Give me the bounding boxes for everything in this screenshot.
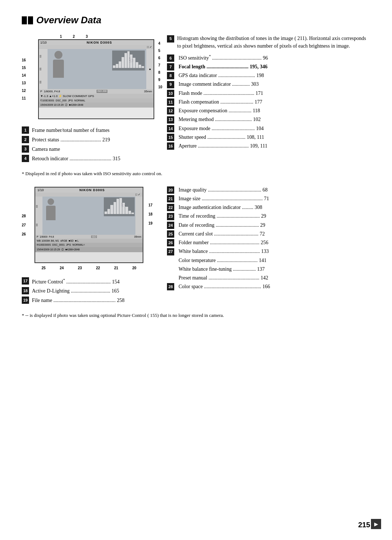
item-18-text: Active D-Lighting ......................… xyxy=(32,287,119,295)
badge-13: 13 xyxy=(167,116,174,124)
camera-diagram-1: 16 15 14 13 12 11 123 1/10 xyxy=(22,35,156,121)
item-3: 3 Camera name xyxy=(22,145,156,153)
badge-26: 26 xyxy=(167,239,174,246)
desc-5-text: Histogram showing the distribution of to… xyxy=(177,35,370,50)
footnote-1: * Displayed in red if photo was taken wi… xyxy=(22,170,370,177)
badge-14: 14 xyxy=(167,125,174,132)
item-19-text: File name ..............................… xyxy=(32,297,124,304)
nav-arrow-right[interactable]: ▶ xyxy=(371,519,381,529)
item-11: 11 Flash compensation ..................… xyxy=(167,98,370,106)
badge-9: 9 xyxy=(167,81,174,88)
item-24: 24 Date of recording ...................… xyxy=(167,221,370,229)
badge-1: 1 xyxy=(22,126,29,134)
section1-left: 16 15 14 13 12 11 123 1/10 xyxy=(22,35,156,164)
badge-17: 17 xyxy=(22,277,29,285)
right-items-6-16: 6 ISO sensitivity* .....................… xyxy=(167,53,370,150)
page-title: Overview Data xyxy=(22,15,370,26)
title-icon xyxy=(22,16,34,24)
section1-left-items: 1 Frame number/total number of frames 2 … xyxy=(22,126,156,162)
cam2-right-nums: 17 18 19 xyxy=(148,201,152,228)
cam2-left-nums: 28 27 26 xyxy=(22,211,26,239)
badge-15: 15 xyxy=(167,134,174,141)
section2-left-items: 17 Picture Control* ....................… xyxy=(22,277,156,305)
camera-screen-2: 1/10 NIKON D300S □ ✓ ▒▒ xyxy=(34,187,143,263)
item-27-wb-fine: White balance fine-tuning ..............… xyxy=(167,265,370,273)
item-17: 17 Picture Control* ....................… xyxy=(22,277,156,286)
section1-right: 5 Histogram showing the distribution of … xyxy=(167,35,370,164)
item-10: 10 Flash mode ..........................… xyxy=(167,89,370,97)
badge-8: 8 xyxy=(167,72,174,79)
badge-28: 28 xyxy=(167,283,174,290)
item-18: 18 Active D-Lighting ...................… xyxy=(22,287,156,295)
left-callouts: 16 15 14 13 12 11 xyxy=(22,56,26,102)
item-16: 16 Aperture ............................… xyxy=(167,142,370,150)
item-1: 1 Frame number/total number of frames xyxy=(22,126,156,134)
page-number: 215 xyxy=(358,521,370,529)
item-2: 2 Protect status .......................… xyxy=(22,136,156,144)
badge-12: 12 xyxy=(167,107,174,114)
item-25: 25 Current card slot ...................… xyxy=(167,230,370,238)
badge-24: 24 xyxy=(167,222,174,229)
badge-10: 10 xyxy=(167,90,174,97)
badge-11: 11 xyxy=(167,98,174,106)
badge-21: 21 xyxy=(167,195,174,202)
item-7: 7 Focal length .........................… xyxy=(167,63,370,70)
badge-25: 25 xyxy=(167,230,174,238)
footnote-2: * -- is displayed if photo was taken usi… xyxy=(22,312,370,319)
item-12: 12 Exposure compensation ...............… xyxy=(167,107,370,114)
badge-7: 7 xyxy=(167,63,174,70)
section2-left: 28 27 26 1/10 NIKON D300S □ ✓ xyxy=(22,186,156,306)
section1: 16 15 14 13 12 11 123 1/10 xyxy=(22,35,370,164)
item-22: 22 Image authentication indicator ......… xyxy=(167,203,370,211)
badge-6: 6 xyxy=(167,55,174,62)
item-26: 26 Folder number .......................… xyxy=(167,239,370,246)
section2-right: 20 Image quality .......................… xyxy=(167,186,370,306)
badge-2: 2 xyxy=(22,136,29,143)
badge-19: 19 xyxy=(22,297,29,304)
item-27: 27 White balance .......................… xyxy=(167,247,370,255)
badge-27: 27 xyxy=(167,248,174,255)
cam2-bottom-nums: 252423222120 xyxy=(34,266,143,270)
camera-screen: 1/10 NIKON D300S □ ✓ ▒▒▒ xyxy=(38,39,154,119)
badge-5: 5 xyxy=(167,35,174,43)
item-28: 28 Color space .........................… xyxy=(167,283,370,290)
item-4: 4 Retouch indicator ....................… xyxy=(22,155,156,162)
desc-item-5: 5 Histogram showing the distribution of … xyxy=(167,35,370,50)
right-callouts: 4 5 6 7 8 9 10 xyxy=(158,40,162,91)
item-17-text: Picture Control* .......................… xyxy=(32,277,119,286)
item-23: 23 Time of recording ...................… xyxy=(167,212,370,220)
badge-23: 23 xyxy=(167,213,174,220)
badge-18: 18 xyxy=(22,287,29,294)
section2: 28 27 26 1/10 NIKON D300S □ ✓ xyxy=(22,186,370,306)
item-6: 6 ISO sensitivity* .....................… xyxy=(167,53,370,62)
camera-diagram-2: 28 27 26 1/10 NIKON D300S □ ✓ xyxy=(22,186,156,270)
item-4-text: Retouch indicator ......................… xyxy=(32,155,120,162)
item-8: 8 GPS data indicator ...................… xyxy=(167,72,370,79)
item-3-text: Camera name xyxy=(32,145,60,153)
item-15: 15 Shutter speed .......................… xyxy=(167,133,370,141)
item-21: 21 Image size ..........................… xyxy=(167,195,370,202)
item-19: 19 File name ...........................… xyxy=(22,297,156,304)
item-13: 13 Metering method .....................… xyxy=(167,116,370,123)
top-callouts: 123 xyxy=(38,35,154,39)
item-9: 9 Image comment indicator ..............… xyxy=(167,80,370,88)
item-1-text: Frame number/total number of frames xyxy=(32,126,110,134)
badge-4: 4 xyxy=(22,155,29,162)
badge-20: 20 xyxy=(167,186,174,194)
item-27-color-temp: Color temperature ......................… xyxy=(167,257,370,264)
right-items-20-28: 20 Image quality .......................… xyxy=(167,186,370,290)
item-2-text: Protect status .........................… xyxy=(32,136,110,144)
item-27-preset: Preset manual ..........................… xyxy=(167,274,370,282)
badge-16: 16 xyxy=(167,142,174,150)
item-14: 14 Exposure mode .......................… xyxy=(167,125,370,132)
badge-3: 3 xyxy=(22,145,29,153)
badge-22: 22 xyxy=(167,204,174,211)
item-20: 20 Image quality .......................… xyxy=(167,186,370,194)
